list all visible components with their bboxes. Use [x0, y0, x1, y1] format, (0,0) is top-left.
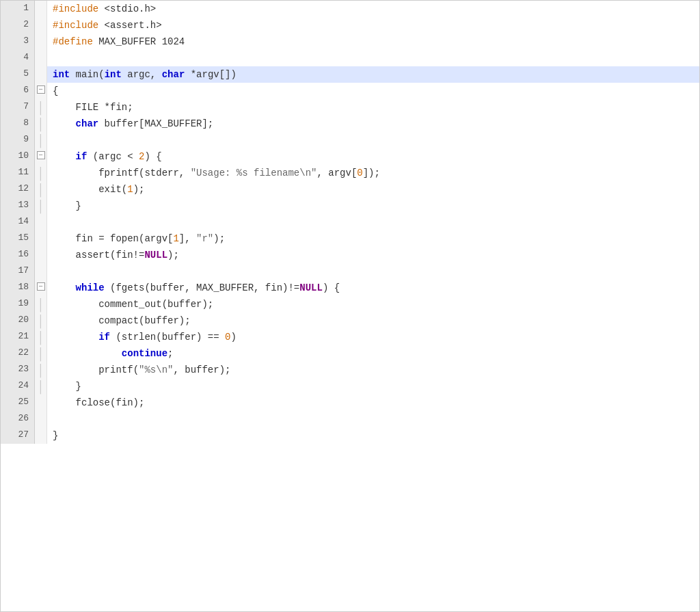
token: char [162, 69, 185, 80]
token: NULL [144, 250, 167, 261]
fold-gutter[interactable]: − [35, 83, 47, 99]
line-number: 16 [1, 247, 35, 263]
code-content: fin = fopen(argv[1], "r"); [47, 230, 699, 247]
fold-gutter [35, 395, 47, 411]
token: #include [53, 20, 98, 31]
table-row: 27} [1, 427, 699, 444]
line-number: 23 [1, 362, 35, 378]
fold-gutter [35, 230, 47, 247]
fold-gutter [35, 411, 47, 427]
line-number: 4 [1, 50, 35, 66]
token: argc, [122, 69, 162, 80]
token: 1 [127, 184, 133, 195]
token: comment_out(buffer); [98, 299, 213, 310]
code-content: } [47, 378, 699, 395]
token: 1 [173, 233, 178, 244]
token: ; [167, 348, 173, 359]
code-content: FILE *fin; [47, 99, 699, 116]
token: ); [213, 233, 225, 244]
code-content [47, 411, 699, 427]
token: char [76, 118, 99, 129]
code-content: compact(buffer); [47, 312, 699, 329]
line-number: 5 [1, 66, 35, 83]
token: ) [230, 332, 236, 343]
line-number: 21 [1, 329, 35, 345]
line-number: 8 [1, 116, 35, 132]
fold-marker[interactable]: − [37, 151, 45, 159]
fold-gutter[interactable]: − [35, 148, 47, 165]
token: continue [122, 348, 167, 359]
code-content: if (argc < 2) { [47, 148, 699, 165]
token: assert(fin!= [76, 250, 145, 261]
fold-marker[interactable]: − [37, 282, 45, 291]
token: FILE *fin; [76, 102, 133, 113]
token: <stdio.h> [98, 3, 156, 14]
fold-gutter: │ [35, 181, 47, 198]
indent-space [53, 299, 98, 310]
code-content: { [47, 83, 699, 99]
code-content: char buffer[MAX_BUFFER]; [47, 116, 699, 132]
code-content: #include <stdio.h> [47, 1, 699, 17]
table-row: 19│ comment_out(buffer); [1, 296, 699, 312]
line-number: 26 [1, 411, 35, 427]
token: if [98, 332, 110, 343]
code-content: comment_out(buffer); [47, 296, 699, 312]
token: buffer[MAX_BUFFER]; [98, 118, 213, 129]
token: 0 [225, 332, 230, 343]
fold-gutter[interactable]: − [35, 280, 47, 296]
token: , argv[ [317, 168, 357, 178]
line-number: 17 [1, 263, 35, 280]
indent-space [53, 151, 76, 162]
token: ); [133, 184, 145, 195]
indent-space [53, 282, 76, 293]
fold-gutter [35, 34, 47, 50]
token: (argc < [87, 151, 139, 162]
indent-space [53, 168, 98, 178]
fold-gutter: │ [35, 99, 47, 116]
token: main( [70, 69, 104, 80]
token: (fgets(buffer, MAX_BUFFER, fin)!= [105, 282, 300, 293]
token: , buffer); [173, 364, 230, 375]
table-row: 21│ if (strlen(buffer) == 0) [1, 329, 699, 345]
indent-space [53, 102, 76, 113]
token: ); [167, 250, 179, 261]
line-number: 7 [1, 99, 35, 116]
token: fprintf(stderr, [98, 168, 190, 178]
table-row: 18− while (fgets(buffer, MAX_BUFFER, fin… [1, 280, 699, 296]
table-row: 4 [1, 50, 699, 66]
code-content: printf("%s\n", buffer); [47, 362, 699, 378]
token: { [53, 85, 58, 96]
table-row: 15 fin = fopen(argv[1], "r"); [1, 230, 699, 247]
fold-gutter [35, 1, 47, 17]
line-number: 1 [1, 1, 35, 17]
table-row: 26 [1, 411, 699, 427]
token: NULL [299, 282, 323, 293]
fold-gutter [35, 17, 47, 34]
token: while [76, 282, 105, 293]
indent-space [53, 200, 76, 211]
fold-marker[interactable]: − [37, 85, 45, 94]
code-content: if (strlen(buffer) == 0) [47, 329, 699, 345]
line-number: 12 [1, 181, 35, 198]
table-row: 6−{ [1, 83, 699, 99]
table-row: 2#include <assert.h> [1, 17, 699, 34]
token: if [76, 151, 88, 162]
line-number: 15 [1, 230, 35, 247]
table-row: 11│ fprintf(stderr, "Usage: %s filename\… [1, 165, 699, 181]
fold-gutter: │ [35, 329, 47, 345]
table-row: 23│ printf("%s\n", buffer); [1, 362, 699, 378]
line-number: 9 [1, 132, 35, 148]
indent-space [53, 250, 76, 261]
line-number: 11 [1, 165, 35, 181]
line-number: 6 [1, 83, 35, 99]
fold-gutter [35, 263, 47, 280]
token: ], [179, 233, 196, 244]
table-row: 24│ } [1, 378, 699, 395]
fold-gutter: │ [35, 198, 47, 214]
indent-space [53, 233, 76, 244]
indent-space [53, 332, 98, 343]
fold-gutter [35, 427, 47, 444]
token: #define [53, 36, 93, 47]
token: 0 [357, 168, 362, 178]
token: <assert.h> [98, 20, 161, 31]
